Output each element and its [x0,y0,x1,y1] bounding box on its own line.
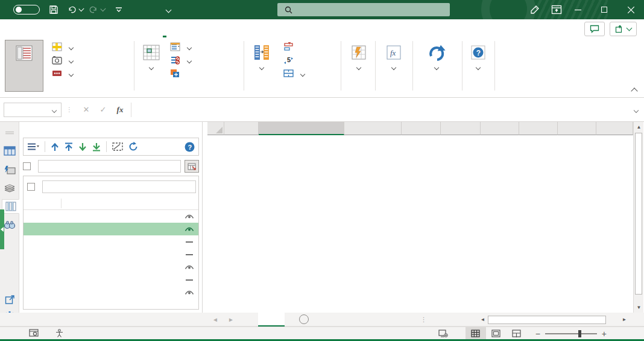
prevent-typing-button[interactable] [170,56,191,65]
zoom-slider-thumb[interactable] [578,330,581,337]
name-box[interactable] [4,103,62,117]
add-sheet-button[interactable] [299,314,309,324]
ribbon-tab-home[interactable] [16,19,31,37]
snap-button[interactable] [52,56,73,65]
filter-checkbox[interactable] [27,183,35,191]
scroll-down-icon[interactable]: ▼ [634,302,644,313]
ribbon-tab-insert[interactable] [31,19,47,37]
column-list-row-b[interactable] [24,223,198,235]
name-box-dropdown-icon[interactable] [52,107,57,112]
normal-view-button[interactable] [466,327,486,340]
zoom-slider[interactable] [545,333,597,334]
macro-record-icon[interactable] [29,329,39,338]
move-to-top-icon[interactable] [65,142,73,151]
column-header-a[interactable] [224,122,259,135]
visible-eye-icon[interactable] [180,214,198,220]
visible-eye-icon[interactable] [180,264,198,270]
ribbon-tab-page-layout[interactable] [47,19,63,37]
column-header-i[interactable] [481,122,519,135]
range-button[interactable] [137,40,165,92]
scroll-left-icon[interactable]: ◄ [478,314,488,325]
save-icon[interactable] [46,3,62,16]
vertical-scroll-thumb[interactable] [635,133,642,295]
quick-access-tool-icon[interactable] [2,163,17,177]
range-picker-button[interactable] [185,160,199,173]
column-list-tool-icon[interactable] [2,199,19,214]
sheet-tab-personnels[interactable] [258,313,285,327]
autosave-toggle[interactable] [13,5,40,14]
reading-layout-button[interactable] [52,42,73,51]
visible-eye-icon[interactable] [180,290,198,296]
hidden-dash-icon[interactable] [180,254,198,255]
ribbon-tab-formulas[interactable] [63,19,78,37]
scroll-up-icon[interactable]: ▲ [634,122,644,132]
vertical-scrollbar[interactable]: ▲ ▼ [633,122,643,313]
ribbon-tab-developer[interactable] [141,19,157,37]
column-list-row-g[interactable] [24,286,198,299]
ribbon-tab-kutools[interactable] [157,19,172,37]
move-down-icon[interactable] [78,142,87,151]
ribbon-tab-file[interactable] [0,19,16,37]
column-header-e[interactable] [344,122,402,135]
ribbon-tab-automate[interactable] [125,19,141,37]
sheet-nav-right-icon[interactable]: ► [228,316,234,323]
round-button[interactable]: 5 [283,56,305,65]
formula-bar-expand-icon[interactable] [628,107,644,112]
search-input[interactable] [277,3,450,16]
rerun-last-utility-button[interactable] [415,40,458,92]
document-title[interactable] [163,5,171,14]
zoom-in-button[interactable]: + [602,329,607,339]
formula-bar-handle[interactable]: ⋮ [66,106,73,113]
maximize-button[interactable] [591,0,617,19]
refresh-icon[interactable] [128,142,138,151]
column-header-b[interactable] [259,122,344,135]
move-up-icon[interactable] [51,142,59,151]
sheet-nav-left-icon[interactable]: ◄ [212,316,218,323]
visible-eye-icon[interactable] [180,226,198,232]
zoom-out-button[interactable]: − [535,329,540,339]
quick-access-toolbar-icon[interactable] [111,3,127,16]
title-range-checkbox[interactable] [23,162,31,170]
pane-drag-handle[interactable] [2,126,17,140]
filter-input[interactable] [42,180,196,193]
navigation-button[interactable] [5,40,43,92]
advanced-find-binoculars-icon[interactable] [2,217,17,232]
clipboard-stack-tool-icon[interactable] [2,181,17,196]
ribbon-tab-review[interactable] [94,19,110,37]
sheetbar-resize-handle[interactable]: ⋮ [421,316,428,323]
comments-button[interactable] [584,22,605,36]
move-to-bottom-icon[interactable] [92,142,101,151]
editor-pen-icon[interactable] [527,3,543,16]
merge-split-button[interactable] [283,69,305,78]
scroll-right-icon[interactable]: ► [619,314,630,325]
share-button[interactable] [610,22,637,36]
ribbon-tab-kutools-plus[interactable] [172,19,188,37]
column-header-h[interactable] [441,122,481,135]
hidden-dash-icon[interactable] [180,279,198,281]
copy-ranges-button[interactable] [170,69,191,78]
horizontal-scrollbar[interactable]: ◄ ► [478,314,633,325]
formula-button[interactable]: fx [379,40,409,92]
pane-hide-handle[interactable] [0,209,4,249]
content-button[interactable] [246,40,277,92]
column-header-l[interactable] [596,122,633,135]
column-list-row-c[interactable] [24,235,198,248]
column-list-row-d[interactable] [24,248,198,261]
ribbon-tab-data[interactable] [78,19,94,37]
select-range-icon[interactable] [112,142,123,151]
hidden-dash-icon[interactable] [180,241,198,243]
ribbon-tab-view[interactable] [110,19,125,37]
column-header-g[interactable] [402,122,441,135]
page-break-preview-button[interactable] [507,327,527,340]
collapse-ribbon-button[interactable] [630,86,639,94]
column-list-row-e[interactable] [24,261,198,273]
undo-icon[interactable] [68,3,83,16]
workbook-sheet-tool-icon[interactable] [2,144,17,158]
horizontal-scroll-thumb[interactable] [488,316,606,324]
column-list-row-f[interactable] [24,273,198,286]
column-header-k[interactable] [558,122,596,135]
title-range-input[interactable] [38,160,181,173]
editing-button[interactable] [345,40,373,92]
list-menu-button[interactable] [27,142,39,151]
insert-function-icon[interactable]: fx [112,105,128,115]
